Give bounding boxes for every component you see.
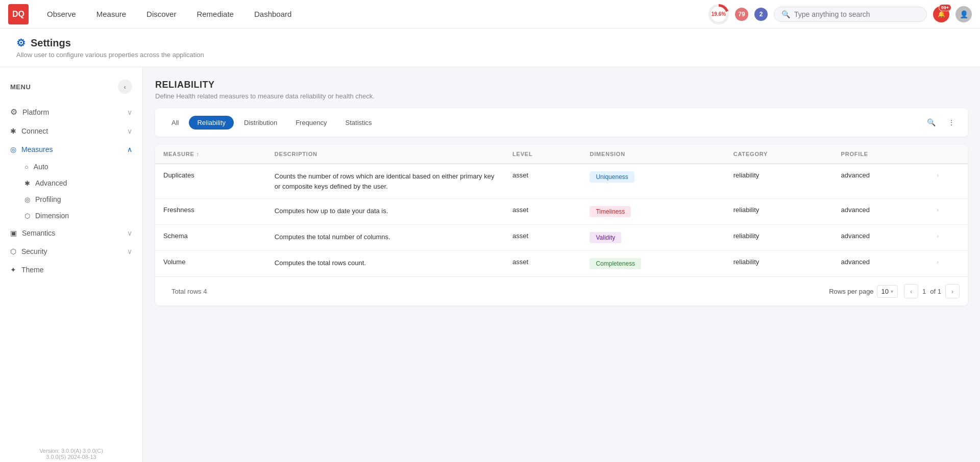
nav-dashboard[interactable]: Dashboard xyxy=(246,6,300,22)
advanced-icon: ✱ xyxy=(24,179,30,187)
sidebar-item-label-platform: Platform xyxy=(22,108,49,116)
rows-per-page: Rows per page 10 ▾ xyxy=(829,285,898,298)
total-pages: of 1 xyxy=(930,288,941,295)
sidebar-item-security[interactable]: ⬡ Security ∨ xyxy=(0,242,142,261)
cell-measure: Volume xyxy=(155,251,266,277)
security-icon: ⬡ xyxy=(10,247,16,255)
score-badge[interactable]: 79 xyxy=(735,8,748,21)
page-title: Settings xyxy=(31,37,71,49)
sidebar-item-semantics[interactable]: ▣ Semantics ∨ xyxy=(0,224,142,242)
filter-tab-frequency[interactable]: Frequency xyxy=(287,116,335,130)
settings-gear-icon: ⚙ xyxy=(16,37,26,49)
filter-actions: 🔍 ⋮ xyxy=(923,114,960,131)
content-wrapper: MENU ‹ ⚙ Platform ∨ ✱ Connect ∨ xyxy=(0,67,980,462)
semantics-icon: ▣ xyxy=(10,229,17,237)
sidebar-sub-item-dimension[interactable]: ⬡ Dimension xyxy=(0,208,142,224)
cell-description: Computes the total rows count. xyxy=(266,251,504,277)
cell-level: asset xyxy=(504,225,581,251)
cell-profile: advanced xyxy=(833,251,928,277)
cell-profile: advanced xyxy=(833,164,928,199)
next-page-button[interactable]: › xyxy=(945,284,960,298)
chevron-down-icon-connect: ∨ xyxy=(127,127,132,135)
cell-dimension: Completeness xyxy=(581,251,725,277)
sidebar-item-label-measures: Measures xyxy=(21,145,53,153)
sidebar-sub-item-auto[interactable]: ○ Auto xyxy=(0,159,142,175)
cell-dimension: Uniqueness xyxy=(581,164,725,199)
page-title-row: ⚙ Settings xyxy=(16,37,964,49)
score-circle: 19.6% xyxy=(708,4,729,24)
cell-description: Counts the number of rows which are iden… xyxy=(266,164,504,199)
sidebar-sub-item-advanced[interactable]: ✱ Advanced xyxy=(0,175,142,191)
nav-discover[interactable]: Discover xyxy=(138,6,184,22)
more-options-icon[interactable]: ⋮ xyxy=(943,114,960,131)
sidebar-item-connect[interactable]: ✱ Connect ∨ xyxy=(0,122,142,140)
sidebar-sub-label-profiling: Profiling xyxy=(35,195,61,203)
cell-category: reliability xyxy=(725,164,833,199)
chevron-down-icon-semantics: ∨ xyxy=(127,229,132,237)
notifications-icon[interactable]: 🔔 99+ xyxy=(933,6,949,22)
platform-icon: ⚙ xyxy=(10,107,17,117)
cell-action[interactable]: › xyxy=(928,164,968,199)
sidebar-item-label-theme: Theme xyxy=(21,266,44,274)
sidebar-sub-label-dimension: Dimension xyxy=(35,212,69,220)
prev-page-button[interactable]: ‹ xyxy=(904,284,918,298)
col-profile: PROFILE xyxy=(833,145,928,164)
sidebar-item-label-semantics: Semantics xyxy=(22,229,55,237)
rows-per-page-label: Rows per page xyxy=(829,288,873,295)
search-input[interactable] xyxy=(794,10,919,18)
sidebar-item-theme[interactable]: ✦ Theme xyxy=(0,261,142,279)
page-header: ⚙ Settings Allow user to configure vario… xyxy=(0,29,980,67)
filter-tab-distribution[interactable]: Distribution xyxy=(236,116,285,130)
col-measure: MEASURE ↑ xyxy=(155,145,266,164)
search-box[interactable]: 🔍 xyxy=(774,7,927,22)
cell-action[interactable]: › xyxy=(928,225,968,251)
cell-category: reliability xyxy=(725,251,833,277)
chevron-down-icon: ∨ xyxy=(127,108,132,116)
measures-table: MEASURE ↑ DESCRIPTION LEVEL DIMENSION CA… xyxy=(155,145,968,305)
col-category: CATEGORY xyxy=(725,145,833,164)
nav-measure[interactable]: Measure xyxy=(88,6,134,22)
cell-dimension: Validity xyxy=(581,225,725,251)
cell-action[interactable]: › xyxy=(928,251,968,277)
table-row: Duplicates Counts the number of rows whi… xyxy=(155,164,968,199)
badge-blue[interactable]: 2 xyxy=(754,8,768,21)
cell-measure: Freshness xyxy=(155,199,266,225)
filter-tab-statistics[interactable]: Statistics xyxy=(337,116,380,130)
search-filter-icon[interactable]: 🔍 xyxy=(923,114,939,131)
main-wrapper: ⚙ Settings Allow user to configure vario… xyxy=(0,29,980,462)
cell-measure: Schema xyxy=(155,225,266,251)
sidebar-sub-label-auto: Auto xyxy=(34,163,48,171)
theme-icon: ✦ xyxy=(10,266,16,274)
sidebar-collapse-button[interactable]: ‹ xyxy=(118,80,132,94)
cell-description: Computes the total number of columns. xyxy=(266,225,504,251)
version-info: Version: 3.0.0(A) 3.0.0(C) 3.0.0(S) 2024… xyxy=(0,448,142,460)
connect-icon: ✱ xyxy=(10,127,16,135)
cell-dimension: Timeliness xyxy=(581,199,725,225)
section-title: RELIABILITY xyxy=(155,80,968,90)
chevron-down-rows-icon: ▾ xyxy=(891,289,893,294)
filter-bar: All Reliability Distribution Frequency S… xyxy=(155,108,968,137)
cell-category: reliability xyxy=(725,199,833,225)
rows-per-page-select[interactable]: 10 ▾ xyxy=(877,285,898,298)
sidebar-sub-item-profiling[interactable]: ◎ Profiling xyxy=(0,191,142,208)
chevron-up-icon: ∧ xyxy=(127,145,132,153)
pagination-bar: Total rows 4 Rows per page 10 ▾ ‹ 1 of 1… xyxy=(155,276,968,305)
sidebar-item-platform[interactable]: ⚙ Platform ∨ xyxy=(0,102,142,122)
current-page: 1 xyxy=(922,288,926,295)
app-logo[interactable]: DQ xyxy=(8,4,29,24)
filter-tab-all[interactable]: All xyxy=(163,116,187,130)
user-avatar[interactable]: 👤 xyxy=(955,6,972,22)
col-description: DESCRIPTION xyxy=(266,145,504,164)
search-icon: 🔍 xyxy=(781,10,790,18)
cell-profile: advanced xyxy=(833,199,928,225)
sidebar-item-measures[interactable]: ◎ Measures ∧ xyxy=(0,140,142,159)
score-value: 19.6% xyxy=(711,7,726,22)
nav-observe[interactable]: Observe xyxy=(39,6,84,22)
sidebar-item-label-connect: Connect xyxy=(21,127,48,135)
cell-action[interactable]: › xyxy=(928,199,968,225)
filter-tab-reliability[interactable]: Reliability xyxy=(189,116,234,130)
nav-remediate[interactable]: Remediate xyxy=(188,6,242,22)
sidebar-item-label-security: Security xyxy=(21,247,47,255)
sidebar-menu-header: MENU ‹ xyxy=(0,75,142,102)
section-subtitle: Define Health related measures to measur… xyxy=(155,92,968,100)
